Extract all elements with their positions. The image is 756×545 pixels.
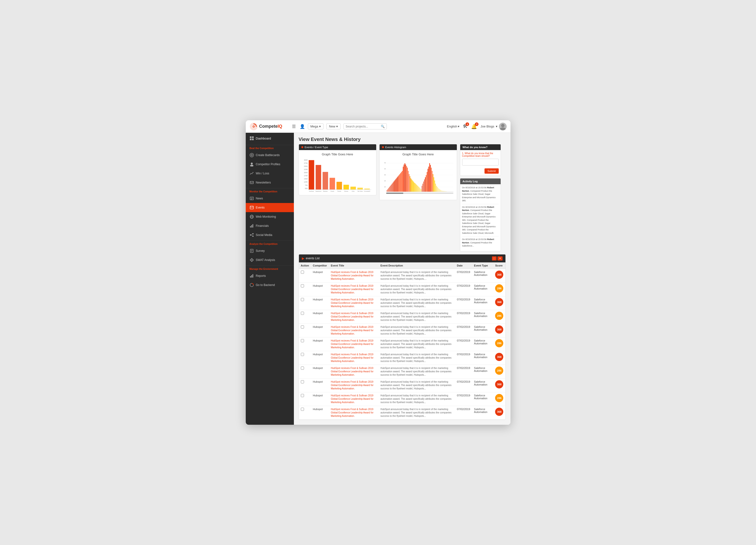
svg-rect-102 [403, 167, 403, 192]
apps-button[interactable]: 🛠 5 [463, 124, 468, 129]
table-row: Hubspot HubSpot recieves Frost & Sulliva… [299, 323, 505, 337]
svg-rect-6 [252, 136, 254, 138]
row-checkbox-9[interactable] [301, 394, 304, 397]
event-desc-0: HubSpot announced today that it is in re… [381, 271, 452, 280]
row-checkbox-1[interactable] [301, 284, 304, 287]
event-title-link-2[interactable]: HubSpot recieves Frost & Sullivan 2019 G… [331, 298, 373, 307]
cell-desc-6: HubSpot announced today that it is in re… [379, 351, 455, 365]
cell-date-7: 07/02/2019 [455, 365, 472, 378]
svg-point-11 [251, 155, 252, 156]
svg-rect-120 [418, 187, 419, 192]
event-desc-5: HubSpot announced today that it is in re… [381, 339, 452, 349]
table-expand-button[interactable]: □ [492, 257, 497, 261]
sidebar-item-win-loss[interactable]: Win / Loss [246, 169, 294, 178]
svg-text:Pardot: Pardot [337, 191, 341, 192]
chart2-header: Events Histogram [380, 144, 457, 150]
svg-text:HubSpot: HubSpot [309, 191, 314, 192]
new-button[interactable]: New ▾ [326, 123, 341, 129]
row-checkbox-5[interactable] [301, 339, 304, 342]
svg-rect-121 [419, 188, 420, 192]
event-title-link-10[interactable]: HubSpot recieves Frost & Sullivan 2019 G… [331, 408, 373, 417]
svg-rect-111 [410, 179, 411, 192]
event-title-link-0[interactable]: HubSpot recieves Frost & Sullivan 2019 G… [331, 271, 373, 280]
event-title-link-8[interactable]: HubSpot recieves Frost & Sullivan 2019 G… [331, 380, 373, 390]
row-checkbox-0[interactable] [301, 271, 304, 274]
svg-rect-132 [428, 167, 429, 192]
svg-text:1750: 1750 [304, 175, 308, 177]
events-table-title: events List [306, 257, 320, 260]
row-checkbox-6[interactable] [301, 353, 304, 356]
svg-rect-105 [405, 165, 406, 192]
cell-date-5: 07/02/2019 [455, 337, 472, 351]
svg-text:1250: 1250 [304, 181, 308, 183]
search-icon: 🔍 [381, 125, 385, 128]
sidebar-item-survey[interactable]: Survey [246, 246, 294, 256]
event-title-link-9[interactable]: HubSpot recieves Frost & Sullivan 2019 G… [331, 394, 373, 403]
sidebar-item-events[interactable]: Events [246, 203, 294, 212]
page-title: View Event News & History [294, 133, 510, 144]
sidebar-item-news[interactable]: News [246, 194, 294, 203]
mega-button[interactable]: Mega ▾ [308, 123, 324, 129]
row-checkbox-2[interactable] [301, 298, 304, 301]
svg-rect-133 [429, 163, 430, 192]
svg-rect-139 [434, 181, 435, 192]
row-checkbox-4[interactable] [301, 325, 304, 328]
svg-rect-86 [389, 187, 390, 192]
col-competitor: Competitor [311, 263, 329, 269]
sidebar-item-swat[interactable]: SWAT Analysis [246, 256, 294, 265]
activity-date-2: On 8/15/2019 at 15:53:56 [462, 206, 487, 208]
row-checkbox-3[interactable] [301, 312, 304, 315]
sidebar-item-backend[interactable]: Go to Backend [246, 280, 294, 289]
table-close-button[interactable]: ✕ [498, 257, 503, 261]
sidebar-item-battlecards[interactable]: Create Battlecards [246, 151, 294, 160]
new-chevron-icon: ▾ [336, 125, 338, 128]
know-input[interactable] [462, 159, 499, 166]
activity-entry-3: On 8/15/2019 at 15:53:56 Robert Norton. … [462, 238, 499, 249]
svg-rect-138 [433, 177, 434, 192]
sidebar-item-social-media[interactable]: Social Media [246, 231, 294, 240]
svg-rect-97 [399, 175, 399, 192]
cell-score-7: 286 [493, 365, 505, 378]
svg-rect-144 [439, 189, 439, 192]
cell-desc-9: HubSpot announced today that it is in re… [379, 392, 455, 406]
svg-rect-90 [393, 183, 393, 192]
row-checkbox-8[interactable] [301, 380, 304, 383]
submit-button[interactable]: Submit [485, 168, 498, 174]
svg-rect-146 [440, 190, 441, 192]
sidebar-item-web-monitoring[interactable]: Web Monitoring [246, 212, 294, 221]
events-icon [250, 206, 254, 210]
event-title-link-4[interactable]: HubSpot recieves Frost & Sullivan 2019 G… [331, 326, 373, 335]
app-window: CompeteIQ ☰ 👤 Mega ▾ New ▾ 🔍 English ▾ 🛠… [246, 120, 510, 425]
search-input[interactable] [346, 125, 381, 128]
event-title-link-6[interactable]: HubSpot recieves Frost & Sullivan 2019 G… [331, 353, 373, 362]
hamburger-icon[interactable]: ☰ [291, 123, 297, 130]
notifications-button[interactable]: 🔔 2 [471, 124, 477, 129]
svg-rect-27 [251, 225, 252, 228]
sidebar-item-financials[interactable]: Financials [246, 221, 294, 231]
table-row: Hubspot HubSpot recieves Frost & Sulliva… [299, 282, 505, 296]
event-title-link-7[interactable]: HubSpot recieves Frost & Sullivan 2019 G… [331, 367, 373, 376]
event-title-link-5[interactable]: HubSpot recieves Frost & Sullivan 2019 G… [331, 339, 373, 349]
cell-desc-3: HubSpot announced today that it is in re… [379, 310, 455, 323]
user-menu[interactable]: Joe Blogs ▾ [480, 123, 506, 130]
sidebar-item-newsletters[interactable]: Newsletters [246, 178, 294, 187]
row-checkbox-10[interactable] [301, 408, 304, 411]
event-title-link-1[interactable]: HubSpot recieves Frost & Sullivan 2019 G… [331, 284, 373, 294]
score-badge-10: 368 [495, 408, 503, 416]
svg-rect-28 [252, 224, 253, 228]
language-selector[interactable]: English ▾ [447, 125, 460, 128]
sidebar-item-reports[interactable]: Reports [246, 271, 294, 280]
sidebar-item-competitor-profiles[interactable]: Competitor Profiles [246, 160, 294, 169]
row-checkbox-7[interactable] [301, 366, 304, 370]
cell-title-4: HubSpot recieves Frost & Sullivan 2019 G… [329, 323, 378, 337]
sidebar-item-dashboard[interactable]: Dashboard [246, 133, 294, 144]
cell-score-0: 368 [493, 269, 505, 282]
svg-rect-62 [364, 189, 370, 190]
svg-rect-100 [401, 172, 402, 192]
user-icon[interactable]: 👤 [300, 124, 305, 129]
event-desc-9: HubSpot announced today that it is in re… [381, 394, 452, 403]
sidebar-section-analyze: Analyze the Competition [246, 241, 294, 246]
svg-rect-14 [250, 181, 253, 184]
backend-icon [250, 283, 254, 287]
event-title-link-3[interactable]: HubSpot recieves Frost & Sullivan 2019 G… [331, 312, 373, 321]
